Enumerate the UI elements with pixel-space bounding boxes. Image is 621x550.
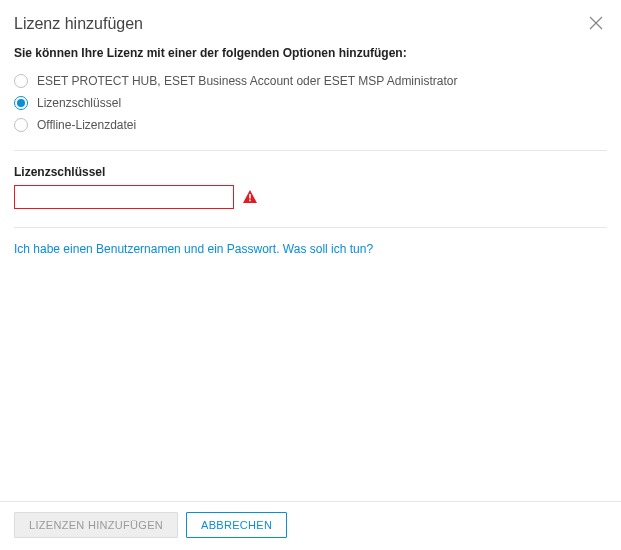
help-link[interactable]: Ich habe einen Benutzernamen und ein Pas…: [14, 242, 373, 256]
option-label: Lizenzschlüssel: [37, 96, 121, 110]
cancel-button[interactable]: ABBRECHEN: [186, 512, 287, 538]
instruction-text: Sie können Ihre Lizenz mit einer der fol…: [14, 46, 607, 60]
close-icon[interactable]: [587, 14, 605, 34]
add-licenses-button[interactable]: LIZENZEN HINZUFÜGEN: [14, 512, 178, 538]
license-option-group: ESET PROTECT HUB, ESET Business Account …: [14, 70, 607, 151]
radio-icon: [14, 118, 28, 132]
option-label: ESET PROTECT HUB, ESET Business Account …: [37, 74, 457, 88]
option-offline-file[interactable]: Offline-Lizenzdatei: [14, 114, 607, 136]
svg-rect-3: [249, 199, 251, 201]
svg-rect-2: [249, 194, 251, 199]
option-license-key[interactable]: Lizenzschlüssel: [14, 92, 607, 114]
dialog-footer: LIZENZEN HINZUFÜGEN ABBRECHEN: [0, 501, 621, 550]
radio-icon: [14, 74, 28, 88]
license-key-label: Lizenzschlüssel: [14, 165, 607, 179]
option-label: Offline-Lizenzdatei: [37, 118, 136, 132]
license-key-input[interactable]: [14, 185, 234, 209]
radio-icon: [14, 96, 28, 110]
option-protect-hub[interactable]: ESET PROTECT HUB, ESET Business Account …: [14, 70, 607, 92]
warning-icon: [243, 190, 257, 205]
dialog-title: Lizenz hinzufügen: [14, 15, 143, 33]
